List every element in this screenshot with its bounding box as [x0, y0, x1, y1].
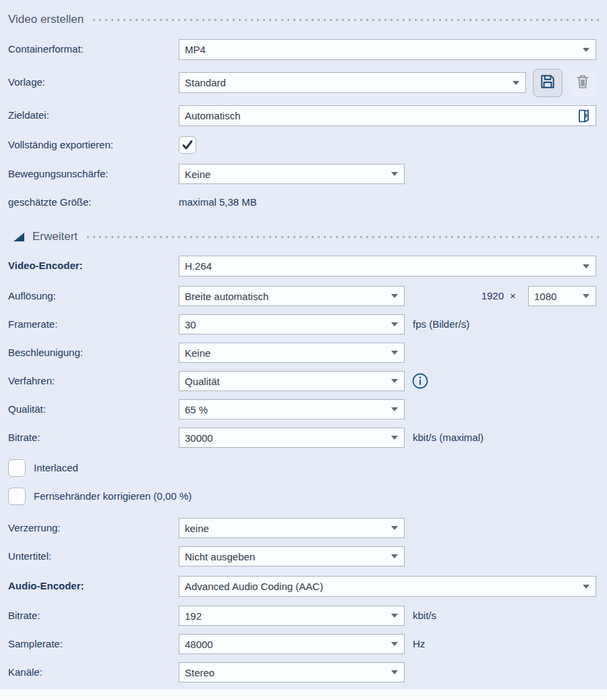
bitrate-video-value: 30000	[185, 432, 213, 444]
delete-template-button[interactable]	[568, 69, 598, 97]
save-template-button[interactable]	[533, 69, 562, 97]
dotted-divider	[93, 19, 599, 21]
bewegungsunschaerfe-dropdown[interactable]: Keine	[179, 164, 405, 184]
untertitel-value: Nicht ausgeben	[185, 551, 255, 562]
row-bewegungsunschaerfe: Bewegungsunschärfe: Keine	[0, 164, 607, 184]
beschleunigung-dropdown[interactable]: Keine	[179, 343, 405, 363]
verfahren-label: Verfahren:	[8, 371, 55, 391]
panel-bottom-edge	[0, 689, 607, 700]
row-geschaetzte-groesse: geschätzte Größe: maximal 5,38 MB	[0, 194, 607, 210]
framerate-value: 30	[185, 319, 196, 330]
samplerate-unit: Hz	[413, 634, 425, 654]
verzerrung-label: Verzerrung:	[8, 518, 61, 538]
kanaele-label: Kanäle:	[8, 662, 42, 682]
chevron-down-icon	[391, 554, 398, 558]
vollstaendig-checkbox[interactable]	[179, 136, 196, 154]
framerate-unit: fps (Bilder/s)	[413, 314, 469, 334]
section-header-video: Video erstellen	[8, 9, 599, 30]
bitrate-audio-dropdown[interactable]: 192	[179, 606, 405, 626]
vollstaendig-label: Vollständig exportieren:	[8, 136, 113, 154]
resolution-height-value: 1080	[534, 291, 556, 302]
chevron-down-icon	[391, 614, 398, 618]
chevron-down-icon	[391, 407, 398, 411]
aufloesung-mode-dropdown[interactable]: Breite automatisch	[179, 286, 405, 306]
verzerrung-dropdown[interactable]: keine	[179, 518, 405, 538]
row-fernsehraender: Fernsehränder korrigieren (0,00 %)	[0, 488, 607, 505]
verfahren-dropdown[interactable]: Qualität	[179, 371, 405, 391]
bewegungsunschaerfe-label: Bewegungsunschärfe:	[8, 164, 108, 184]
audio-encoder-label: Audio-Encoder:	[8, 576, 84, 596]
row-samplerate: Samplerate: 48000 Hz	[0, 634, 607, 654]
zieldatei-input[interactable]: Automatisch	[179, 105, 596, 126]
kanaele-dropdown[interactable]: Stereo	[179, 662, 405, 682]
bitrate-audio-label: Bitrate:	[8, 606, 40, 626]
info-icon[interactable]	[411, 372, 429, 390]
bitrate-video-dropdown[interactable]: 30000	[179, 428, 405, 448]
chevron-down-icon	[391, 379, 398, 383]
row-verzerrung: Verzerrung: keine	[0, 518, 607, 538]
fernsehraender-checkbox[interactable]	[8, 488, 26, 505]
zieldatei-label: Zieldatei:	[8, 105, 49, 125]
samplerate-dropdown[interactable]: 48000	[179, 634, 405, 654]
chevron-down-icon	[391, 294, 398, 298]
samplerate-label: Samplerate:	[8, 634, 63, 654]
qualitaet-dropdown[interactable]: 65 %	[179, 399, 405, 419]
chevron-down-icon	[583, 585, 589, 589]
vorlage-value: Standard	[185, 77, 226, 88]
row-aufloesung: Auflösung: Breite automatisch 1920 × 108…	[0, 286, 607, 306]
qualitaet-label: Qualität:	[8, 399, 46, 419]
chevron-down-icon	[391, 351, 398, 355]
audio-encoder-dropdown[interactable]: Advanced Audio Coding (AAC)	[179, 576, 596, 597]
row-interlaced: Interlaced	[0, 459, 607, 477]
browse-file-button[interactable]	[574, 107, 593, 125]
bitrate-audio-value: 192	[185, 610, 202, 622]
row-containerformat: Containerformat: MP4	[0, 39, 607, 59]
aufloesung-mode-value: Breite automatisch	[185, 291, 268, 302]
qualitaet-value: 65 %	[185, 404, 208, 415]
save-icon	[539, 73, 556, 93]
geschaetzte-groesse-label: geschätzte Größe:	[8, 194, 91, 210]
chevron-down-icon	[583, 264, 589, 268]
dotted-divider	[87, 236, 599, 238]
section-header-erweitert[interactable]: Erweitert	[8, 227, 599, 247]
row-video-encoder: Video-Encoder: H.264	[0, 256, 607, 276]
resolution-height-dropdown[interactable]: 1080	[528, 286, 596, 306]
chevron-down-icon	[391, 322, 398, 326]
verzerrung-value: keine	[185, 523, 209, 534]
fernsehraender-label: Fernsehränder korrigieren (0,00 %)	[34, 488, 192, 505]
geschaetzte-groesse-value: maximal 5,38 MB	[179, 194, 257, 210]
trash-icon	[575, 74, 591, 92]
video-encoder-value: H.264	[185, 260, 212, 272]
row-zieldatei: Zieldatei: Automatisch	[0, 105, 607, 125]
framerate-label: Framerate:	[8, 314, 57, 334]
row-bitrate-audio: Bitrate: 192 kbit/s	[0, 606, 607, 626]
interlaced-label: Interlaced	[34, 459, 78, 477]
audio-encoder-value: Advanced Audio Coding (AAC)	[185, 581, 323, 592]
vorlage-dropdown[interactable]: Standard	[179, 72, 526, 93]
row-qualitaet: Qualität: 65 %	[0, 399, 607, 419]
resolution-times-sign: ×	[510, 286, 516, 306]
row-framerate: Framerate: 30 fps (Bilder/s)	[0, 314, 607, 334]
row-audio-encoder: Audio-Encoder: Advanced Audio Coding (AA…	[0, 576, 607, 596]
chevron-down-icon	[583, 48, 589, 52]
open-folder-icon	[575, 108, 591, 124]
video-encoder-dropdown[interactable]: H.264	[179, 256, 596, 276]
vorlage-label: Vorlage:	[8, 72, 45, 92]
chevron-down-icon	[513, 81, 519, 85]
video-encoder-label: Video-Encoder:	[8, 256, 83, 276]
checkmark-icon	[181, 138, 194, 152]
framerate-dropdown[interactable]: 30	[179, 314, 405, 334]
interlaced-checkbox[interactable]	[8, 459, 26, 477]
containerformat-dropdown[interactable]: MP4	[179, 39, 596, 60]
untertitel-dropdown[interactable]: Nicht ausgeben	[179, 546, 405, 566]
bitrate-video-label: Bitrate:	[8, 428, 40, 448]
row-kanaele: Kanäle: Stereo	[0, 662, 607, 682]
chevron-down-icon	[391, 436, 398, 440]
aufloesung-label: Auflösung:	[8, 286, 56, 306]
chevron-down-icon	[391, 172, 398, 176]
bitrate-video-unit: kbit/s (maximal)	[413, 428, 484, 448]
samplerate-value: 48000	[185, 639, 213, 650]
row-beschleunigung: Beschleunigung: Keine	[0, 343, 607, 363]
row-bitrate-video: Bitrate: 30000 kbit/s (maximal)	[0, 428, 607, 448]
collapse-triangle-icon[interactable]	[13, 233, 24, 241]
